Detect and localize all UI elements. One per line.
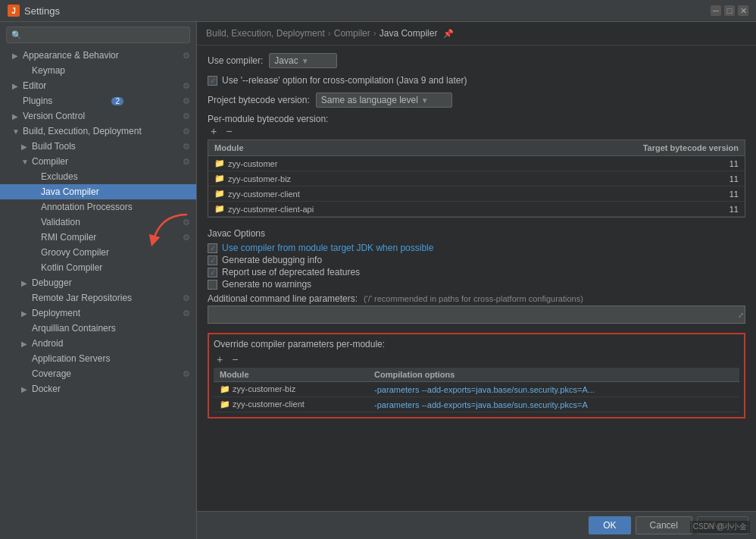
per-module-label: Per-module bytecode version: xyxy=(208,114,328,124)
per-module-section: Per-module bytecode version: + − Module … xyxy=(208,114,745,218)
bottom-bar: OK Cancel Apply xyxy=(197,511,756,539)
module-icon: 📁 xyxy=(214,174,225,183)
sidebar-item-kotlin-compiler[interactable]: ▶ Kotlin Compiler xyxy=(0,260,196,275)
maximize-button[interactable]: □ xyxy=(724,5,735,16)
override-col-options: Compilation options xyxy=(368,368,739,382)
use-module-target-checkbox[interactable] xyxy=(208,243,217,253)
sidebar-item-label: Docker xyxy=(32,384,61,394)
expand-arrow-editor: ▶ xyxy=(12,82,20,90)
settings-icon: ⚙ xyxy=(183,218,190,227)
sidebar-item-deployment[interactable]: ▶ Deployment ⚙ xyxy=(0,306,196,321)
table-row[interactable]: 📁 zyy-customer 11 xyxy=(208,156,745,171)
settings-icon: ⚙ xyxy=(183,96,190,106)
search-box[interactable]: 🔍 xyxy=(6,27,190,43)
sidebar-item-app-servers[interactable]: ▶ Application Servers xyxy=(0,351,196,366)
module-icon: 📁 xyxy=(214,158,225,168)
sidebar-item-annotation-processors[interactable]: ▶ Annotation Processors xyxy=(0,199,196,215)
sidebar-item-version-control[interactable]: ▶ Version Control ⚙ xyxy=(0,108,196,124)
table-row[interactable]: 📁 zyy-customer-client 11 xyxy=(208,186,745,202)
sidebar-item-editor[interactable]: ▶ Editor ⚙ xyxy=(0,78,196,93)
minimize-button[interactable]: ─ xyxy=(711,5,721,16)
use-module-target-label: Use compiler from module target JDK when… xyxy=(222,243,433,253)
release-option-row: Use '--release' option for cross-compila… xyxy=(208,74,745,86)
search-input[interactable] xyxy=(25,30,185,40)
sidebar-item-remote-jar[interactable]: ▶ Remote Jar Repositories ⚙ xyxy=(0,290,196,306)
override-module-name: 📁 zyy-customer-biz xyxy=(214,382,368,397)
sidebar-item-appearance[interactable]: ▶ Appearance & Behavior ⚙ xyxy=(0,48,196,63)
compiler-select[interactable]: Javac ▼ xyxy=(269,53,337,68)
sidebar-item-build-tools[interactable]: ▶ Build Tools ⚙ xyxy=(0,139,196,154)
settings-sidebar: 🔍 ▶ Appearance & Behavior ⚙ ▶ Keymap ▶ xyxy=(0,22,197,539)
override-toolbar: + − xyxy=(214,353,739,366)
sidebar-item-compiler[interactable]: ▼ Compiler ⚙ xyxy=(0,154,196,169)
generate-debug-label: Generate debugging info xyxy=(222,255,322,265)
remove-module-btn[interactable]: − xyxy=(223,124,235,138)
generate-no-warnings-checkbox[interactable] xyxy=(208,280,217,290)
modules-table: Module Target bytecode version 📁 zyy-cus… xyxy=(208,139,745,218)
sidebar-item-docker[interactable]: ▶ Docker xyxy=(0,381,196,396)
use-compiler-label: Use compiler: xyxy=(208,55,263,66)
override-row[interactable]: 📁 zyy-customer-biz -parameters --add-exp… xyxy=(214,382,739,397)
remove-override-btn[interactable]: − xyxy=(229,353,241,366)
sidebar-item-excludes[interactable]: ▶ Excludes xyxy=(0,169,196,184)
sidebar-item-arquillian[interactable]: ▶ Arquillian Containers xyxy=(0,321,196,336)
sidebar-item-label: Remote Jar Repositories xyxy=(32,293,132,303)
generate-no-warnings-label: Generate no warnings xyxy=(222,279,311,290)
sidebar-item-rmi-compiler[interactable]: ▶ RMI Compiler ⚙ xyxy=(0,230,196,245)
nav-tree: ▶ Appearance & Behavior ⚙ ▶ Keymap ▶ Edi… xyxy=(0,48,196,539)
override-options: -parameters --add-exports=java.base/sun.… xyxy=(368,382,739,397)
override-section: Override compiler parameters per-module:… xyxy=(208,333,745,418)
project-bytecode-label: Project bytecode version: xyxy=(208,95,310,105)
report-deprecated-checkbox[interactable] xyxy=(208,268,217,277)
breadcrumb-item-3: Java Compiler xyxy=(380,28,438,39)
sidebar-item-label: Build Tools xyxy=(32,141,76,152)
table-row[interactable]: 📁 zyy-customer-client-api 11 xyxy=(208,202,745,217)
sidebar-item-validation[interactable]: ▶ Validation ⚙ xyxy=(0,215,196,230)
override-module-name: 📁 zyy-customer-client xyxy=(214,397,368,412)
sidebar-item-groovy-compiler[interactable]: ▶ Groovy Compiler xyxy=(0,245,196,260)
sidebar-item-label: Groovy Compiler xyxy=(41,247,109,258)
sidebar-item-label: Kotlin Compiler xyxy=(41,262,102,273)
settings-icon: ⚙ xyxy=(183,127,190,136)
close-button[interactable]: ✕ xyxy=(738,5,748,16)
override-row[interactable]: 📁 zyy-customer-client -parameters --add-… xyxy=(214,397,739,412)
add-override-btn[interactable]: + xyxy=(214,353,226,366)
module-icon: 📁 xyxy=(214,189,225,199)
sidebar-item-debugger[interactable]: ▶ Debugger xyxy=(0,275,196,290)
sidebar-item-keymap[interactable]: ▶ Keymap xyxy=(0,63,196,78)
col-module: Module xyxy=(208,140,608,155)
pin-icon: 📌 xyxy=(443,29,454,39)
sidebar-item-java-compiler[interactable]: ▶ Java Compiler xyxy=(0,184,196,199)
sidebar-item-android[interactable]: ▶ Android xyxy=(0,336,196,351)
settings-icon: ⚙ xyxy=(183,81,190,91)
sidebar-item-label: Editor xyxy=(23,80,46,91)
sidebar-item-label: Compiler xyxy=(32,156,68,167)
override-options: -parameters --add-exports=java.base/sun.… xyxy=(368,397,739,412)
sidebar-item-label: Excludes xyxy=(41,171,78,182)
add-module-btn[interactable]: + xyxy=(208,124,220,138)
cancel-button[interactable]: Cancel xyxy=(636,516,692,534)
additional-params-input[interactable] xyxy=(208,306,745,324)
sidebar-item-coverage[interactable]: ▶ Coverage ⚙ xyxy=(0,366,196,381)
override-title: Override compiler parameters per-module: xyxy=(214,339,739,349)
additional-params-container: ⤢ xyxy=(208,306,745,324)
module-version: 11 xyxy=(608,172,745,186)
sidebar-item-label: Annotation Processors xyxy=(41,202,133,212)
plugin-badge: 2 xyxy=(111,97,123,105)
expand-button[interactable]: ⤢ xyxy=(738,311,744,319)
sidebar-item-label: Validation xyxy=(41,217,80,227)
table-row[interactable]: 📁 zyy-customer-biz 11 xyxy=(208,171,745,186)
module-name: 📁 zyy-customer-biz xyxy=(208,171,608,186)
bytecode-version-select[interactable]: Same as language level ▼ xyxy=(316,92,452,108)
breadcrumb-item-1: Build, Execution, Deployment xyxy=(206,28,325,39)
dropdown-arrow: ▼ xyxy=(301,57,309,65)
window-title: Settings xyxy=(24,5,60,17)
release-option-checkbox[interactable] xyxy=(208,76,217,86)
breadcrumb: Build, Execution, Deployment › Compiler … xyxy=(197,22,756,45)
sidebar-item-build-exec[interactable]: ▼ Build, Execution, Deployment ⚙ xyxy=(0,124,196,139)
settings-icon: ⚙ xyxy=(183,111,190,121)
generate-debug-checkbox[interactable] xyxy=(208,255,217,265)
sidebar-item-plugins[interactable]: ▶ Plugins 2 ⚙ xyxy=(0,93,196,108)
module-version: 11 xyxy=(608,187,745,201)
ok-button[interactable]: OK xyxy=(589,516,630,534)
